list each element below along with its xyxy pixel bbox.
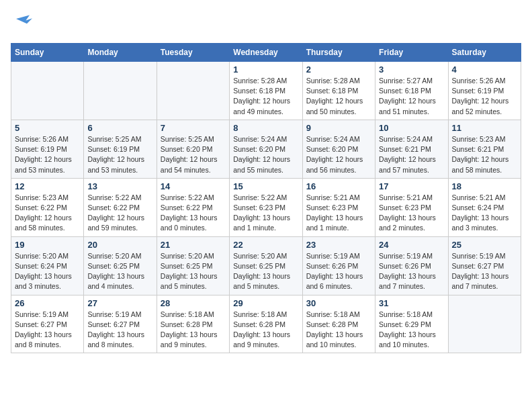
day-number: 24: [379, 240, 444, 250]
day-number: 10: [379, 123, 444, 133]
calendar-cell: 27Sunrise: 5:19 AMSunset: 6:27 PMDayligh…: [84, 295, 157, 353]
calendar-cell: 31Sunrise: 5:18 AMSunset: 6:29 PMDayligh…: [375, 295, 448, 353]
calendar-cell: [84, 62, 157, 120]
day-info: Sunrise: 5:22 AMSunset: 6:23 PMDaylight:…: [233, 193, 298, 234]
calendar-cell: 1Sunrise: 5:28 AMSunset: 6:18 PMDaylight…: [230, 62, 302, 120]
day-info: Sunrise: 5:28 AMSunset: 6:18 PMDaylight:…: [306, 76, 371, 117]
calendar-cell: 7Sunrise: 5:25 AMSunset: 6:20 PMDaylight…: [157, 120, 229, 178]
calendar-cell: 22Sunrise: 5:20 AMSunset: 6:25 PMDayligh…: [230, 236, 302, 295]
day-info: Sunrise: 5:19 AMSunset: 6:26 PMDaylight:…: [306, 251, 371, 292]
day-number: 17: [379, 181, 444, 191]
calendar-cell: 5Sunrise: 5:26 AMSunset: 6:19 PMDaylight…: [11, 120, 84, 178]
day-info: Sunrise: 5:19 AMSunset: 6:27 PMDaylight:…: [15, 310, 80, 351]
day-info: Sunrise: 5:22 AMSunset: 6:22 PMDaylight:…: [161, 193, 226, 234]
day-info: Sunrise: 5:18 AMSunset: 6:28 PMDaylight:…: [233, 310, 298, 351]
day-number: 28: [161, 298, 226, 308]
day-number: 23: [306, 240, 371, 250]
calendar-week-row: 26Sunrise: 5:19 AMSunset: 6:27 PMDayligh…: [11, 295, 521, 353]
day-number: 2: [306, 64, 371, 75]
calendar-cell: 11Sunrise: 5:23 AMSunset: 6:21 PMDayligh…: [448, 120, 521, 178]
calendar-week-row: 12Sunrise: 5:23 AMSunset: 6:22 PMDayligh…: [11, 178, 521, 236]
day-info: Sunrise: 5:21 AMSunset: 6:23 PMDaylight:…: [306, 193, 371, 234]
calendar-cell: 13Sunrise: 5:22 AMSunset: 6:22 PMDayligh…: [84, 178, 157, 236]
day-number: 15: [233, 181, 298, 191]
day-number: 14: [161, 181, 226, 191]
day-info: Sunrise: 5:23 AMSunset: 6:21 PMDaylight:…: [452, 134, 517, 175]
day-number: 7: [161, 123, 226, 133]
calendar-cell: 28Sunrise: 5:18 AMSunset: 6:28 PMDayligh…: [157, 295, 229, 353]
calendar-cell: 2Sunrise: 5:28 AMSunset: 6:18 PMDaylight…: [302, 62, 375, 120]
day-number: 4: [452, 64, 517, 75]
day-info: Sunrise: 5:18 AMSunset: 6:28 PMDaylight:…: [161, 310, 226, 351]
calendar-cell: 30Sunrise: 5:18 AMSunset: 6:28 PMDayligh…: [302, 295, 375, 353]
logo-icon: [11, 11, 38, 38]
day-number: 27: [87, 298, 152, 308]
day-info: Sunrise: 5:22 AMSunset: 6:22 PMDaylight:…: [87, 193, 152, 234]
calendar-week-row: 1Sunrise: 5:28 AMSunset: 6:18 PMDaylight…: [11, 62, 521, 120]
calendar-week-row: 5Sunrise: 5:26 AMSunset: 6:19 PMDaylight…: [11, 120, 521, 178]
day-number: 1: [233, 64, 298, 75]
day-info: Sunrise: 5:26 AMSunset: 6:19 PMDaylight:…: [452, 76, 517, 117]
day-info: Sunrise: 5:19 AMSunset: 6:27 PMDaylight:…: [87, 310, 152, 351]
calendar-cell: 10Sunrise: 5:24 AMSunset: 6:21 PMDayligh…: [375, 120, 448, 178]
calendar-cell: 17Sunrise: 5:21 AMSunset: 6:23 PMDayligh…: [375, 178, 448, 236]
day-number: 31: [379, 298, 444, 308]
day-number: 20: [87, 240, 152, 250]
calendar-cell: 14Sunrise: 5:22 AMSunset: 6:22 PMDayligh…: [157, 178, 229, 236]
calendar-cell: 16Sunrise: 5:21 AMSunset: 6:23 PMDayligh…: [302, 178, 375, 236]
day-info: Sunrise: 5:25 AMSunset: 6:19 PMDaylight:…: [87, 134, 152, 175]
day-info: Sunrise: 5:24 AMSunset: 6:21 PMDaylight:…: [379, 134, 444, 175]
day-number: 22: [233, 240, 298, 250]
weekday-header: Wednesday: [230, 44, 302, 62]
day-number: 13: [87, 181, 152, 191]
day-number: 30: [306, 298, 371, 308]
day-number: 9: [306, 123, 371, 133]
calendar-cell: 12Sunrise: 5:23 AMSunset: 6:22 PMDayligh…: [11, 178, 84, 236]
calendar-cell: [11, 62, 84, 120]
day-number: 11: [452, 123, 517, 133]
day-info: Sunrise: 5:24 AMSunset: 6:20 PMDaylight:…: [233, 134, 298, 175]
day-info: Sunrise: 5:20 AMSunset: 6:25 PMDaylight:…: [87, 251, 152, 292]
calendar-body: 1Sunrise: 5:28 AMSunset: 6:18 PMDaylight…: [11, 62, 521, 353]
calendar-cell: 15Sunrise: 5:22 AMSunset: 6:23 PMDayligh…: [230, 178, 302, 236]
calendar-cell: 24Sunrise: 5:19 AMSunset: 6:26 PMDayligh…: [375, 236, 448, 295]
day-number: 18: [452, 181, 517, 191]
logo: [11, 11, 40, 38]
weekday-header: Monday: [84, 44, 157, 62]
calendar-cell: 4Sunrise: 5:26 AMSunset: 6:19 PMDaylight…: [448, 62, 521, 120]
day-number: 16: [306, 181, 371, 191]
calendar-cell: 9Sunrise: 5:24 AMSunset: 6:20 PMDaylight…: [302, 120, 375, 178]
day-number: 12: [15, 181, 80, 191]
day-info: Sunrise: 5:20 AMSunset: 6:25 PMDaylight:…: [233, 251, 298, 292]
svg-marker-0: [16, 15, 32, 24]
calendar-cell: 19Sunrise: 5:20 AMSunset: 6:24 PMDayligh…: [11, 236, 84, 295]
day-number: 29: [233, 298, 298, 308]
page-header: [11, 11, 521, 38]
calendar-cell: [448, 295, 521, 353]
day-info: Sunrise: 5:26 AMSunset: 6:19 PMDaylight:…: [15, 134, 80, 175]
calendar-cell: 26Sunrise: 5:19 AMSunset: 6:27 PMDayligh…: [11, 295, 84, 353]
day-info: Sunrise: 5:19 AMSunset: 6:26 PMDaylight:…: [379, 251, 444, 292]
weekday-header: Friday: [375, 44, 448, 62]
calendar-table: SundayMondayTuesdayWednesdayThursdayFrid…: [11, 43, 521, 353]
day-number: 8: [233, 123, 298, 133]
calendar-cell: 29Sunrise: 5:18 AMSunset: 6:28 PMDayligh…: [230, 295, 302, 353]
day-info: Sunrise: 5:18 AMSunset: 6:28 PMDaylight:…: [306, 310, 371, 351]
calendar-cell: 20Sunrise: 5:20 AMSunset: 6:25 PMDayligh…: [84, 236, 157, 295]
weekday-header: Sunday: [11, 44, 84, 62]
day-info: Sunrise: 5:24 AMSunset: 6:20 PMDaylight:…: [306, 134, 371, 175]
day-info: Sunrise: 5:28 AMSunset: 6:18 PMDaylight:…: [233, 76, 298, 117]
calendar-cell: 23Sunrise: 5:19 AMSunset: 6:26 PMDayligh…: [302, 236, 375, 295]
day-number: 5: [15, 123, 80, 133]
day-info: Sunrise: 5:25 AMSunset: 6:20 PMDaylight:…: [161, 134, 226, 175]
day-info: Sunrise: 5:23 AMSunset: 6:22 PMDaylight:…: [15, 193, 80, 234]
weekday-row: SundayMondayTuesdayWednesdayThursdayFrid…: [11, 44, 521, 62]
day-info: Sunrise: 5:20 AMSunset: 6:25 PMDaylight:…: [161, 251, 226, 292]
calendar-cell: 18Sunrise: 5:21 AMSunset: 6:24 PMDayligh…: [448, 178, 521, 236]
day-number: 25: [452, 240, 517, 250]
weekday-header: Thursday: [302, 44, 375, 62]
day-number: 21: [161, 240, 226, 250]
day-info: Sunrise: 5:18 AMSunset: 6:29 PMDaylight:…: [379, 310, 444, 351]
calendar-cell: 8Sunrise: 5:24 AMSunset: 6:20 PMDaylight…: [230, 120, 302, 178]
day-number: 6: [87, 123, 152, 133]
